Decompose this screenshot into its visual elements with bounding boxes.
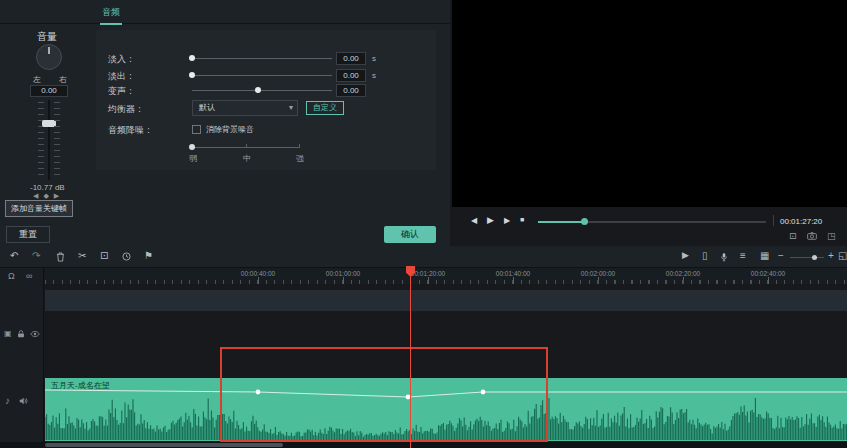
pitch-value-field[interactable]: 0.00 [336, 84, 366, 97]
denoise-checkbox[interactable] [192, 125, 201, 134]
equalizer-customize-button[interactable]: 自定义 [306, 101, 344, 115]
fit-timeline-button[interactable]: ◱ [838, 251, 847, 261]
link-ripple-icon[interactable]: ∞ [26, 272, 32, 281]
video-preview-screen [452, 0, 847, 207]
split-scissors-button[interactable]: ✂ [78, 251, 86, 261]
keyframe-add-icon[interactable]: ◆ [43, 192, 48, 199]
fade-in-slider[interactable] [192, 58, 332, 59]
timeline-ruler[interactable]: 00:00:40:0000:01:00:0000:01:20:0000:01:4… [45, 268, 847, 284]
volume-db-readout: -10.77 dB [30, 183, 65, 192]
speed-clock-button[interactable] [122, 252, 131, 261]
audio-clip[interactable]: 五月天-成名在望 [45, 378, 847, 441]
timecode-readout: 00:01:27:20 [780, 217, 822, 226]
timecode-divider [773, 215, 774, 226]
panel-tab-bar: 音频 [0, 0, 450, 24]
redo-button[interactable]: ↷ [32, 251, 40, 261]
equalizer-dropdown[interactable]: 默认▾ [192, 100, 298, 116]
video-track-icon: ▣ [4, 330, 12, 338]
ruler-major-tick [683, 277, 684, 284]
fade-out-slider[interactable] [192, 75, 332, 76]
fade-out-unit: s [372, 71, 376, 80]
marker-button[interactable]: ⚑ [144, 251, 153, 261]
fade-in-label: 淡入： [108, 53, 135, 66]
fullscreen-icon[interactable]: ◳ [827, 231, 836, 241]
zoom-in-button[interactable]: + [828, 251, 834, 261]
denoise-level-strong: 强 [296, 153, 304, 164]
ruler-major-tick [428, 277, 429, 284]
magnet-snap-icon[interactable]: Ω [8, 272, 15, 281]
seek-handle[interactable] [581, 218, 588, 225]
eye-icon[interactable] [30, 331, 40, 337]
keyframe-prev-icon[interactable]: ◀ [33, 192, 38, 199]
volume-slider-track [48, 100, 50, 180]
pitch-label: 变声： [108, 85, 135, 98]
volume-keyframe-dot[interactable] [481, 390, 486, 395]
clip-name-label: 五月天-成名在望 [51, 380, 110, 391]
play-button[interactable]: ▶ [487, 215, 494, 225]
volume-slider[interactable] [38, 100, 60, 180]
snapshot-camera-icon[interactable] [807, 232, 817, 240]
keyframe-next-icon[interactable]: ▶ [54, 192, 59, 199]
fade-out-value-field[interactable]: 0.00 [336, 69, 366, 82]
timeline-scrollbar[interactable] [0, 442, 847, 448]
ruler-time-label: 00:02:40:00 [751, 270, 785, 277]
level-tick [246, 144, 247, 148]
fade-out-slider-handle[interactable] [189, 72, 195, 78]
fade-in-slider-handle[interactable] [189, 55, 195, 61]
ruler-time-label: 00:01:40:00 [496, 270, 530, 277]
pitch-slider[interactable] [192, 90, 332, 91]
display-mode-icon[interactable]: ⊡ [789, 231, 797, 241]
fade-in-value-field[interactable]: 0.00 [336, 52, 366, 65]
speaker-mute-icon[interactable] [19, 397, 28, 405]
audio-mixer-button[interactable]: ≡ [740, 251, 746, 261]
empty-video-track[interactable] [45, 290, 847, 311]
next-frame-button[interactable]: ▶ [504, 216, 510, 225]
render-preview-button[interactable]: ▶ [682, 251, 689, 260]
stop-button[interactable]: ■ [520, 216, 524, 223]
preview-seek-slider[interactable] [538, 221, 766, 223]
track-header-gutter: Ω ∞ ▣ ♪ [0, 268, 44, 448]
delete-button[interactable] [56, 252, 65, 262]
track-manager-button[interactable]: ▦ [760, 251, 769, 261]
confirm-button[interactable]: 确认 [384, 226, 436, 243]
denoise-label: 音频降噪： [108, 124, 153, 137]
denoise-level-handle[interactable] [189, 144, 195, 150]
denoise-option-label: 消除背景噪音 [206, 124, 254, 135]
undo-button[interactable]: ↶ [10, 251, 18, 261]
pitch-slider-handle[interactable] [255, 87, 261, 93]
fade-in-unit: s [372, 54, 376, 63]
volume-slider-handle[interactable] [42, 120, 56, 127]
device-preview-button[interactable]: ▯ [702, 251, 708, 261]
audio-track-music-icon: ♪ [5, 396, 10, 406]
volume-envelope[interactable] [45, 378, 847, 441]
previous-frame-button[interactable]: ◀ [471, 216, 477, 225]
balance-knob[interactable] [36, 44, 62, 70]
volume-keyframe-dot[interactable] [256, 390, 261, 395]
ruler-time-label: 00:01:00:00 [326, 270, 360, 277]
timeline-zoom-handle[interactable] [812, 255, 817, 260]
equalizer-label: 均衡器： [108, 103, 144, 116]
lock-icon[interactable] [17, 330, 25, 338]
crop-button[interactable]: ⊡ [100, 251, 108, 261]
denoise-level-slider[interactable] [192, 147, 300, 148]
ruler-major-tick [598, 277, 599, 284]
scrollbar-thumb[interactable] [45, 443, 283, 447]
denoise-level-weak: 弱 [189, 153, 197, 164]
tab-audio[interactable]: 音频 [100, 6, 122, 25]
timeline-zoom-slider[interactable] [790, 257, 824, 258]
playhead-line[interactable] [410, 268, 411, 448]
seek-progress [538, 221, 584, 223]
fade-out-label: 淡出： [108, 70, 135, 83]
knob-pointer [48, 47, 50, 54]
balance-value-field[interactable]: 0.00 [30, 85, 68, 97]
ruler-time-label: 00:02:00:00 [581, 270, 615, 277]
ruler-major-tick [343, 277, 344, 284]
ruler-major-tick [513, 277, 514, 284]
volume-label: 音量 [37, 30, 57, 44]
voiceover-mic-button[interactable] [720, 252, 728, 262]
ruler-major-tick [768, 277, 769, 284]
zoom-out-button[interactable]: − [778, 251, 784, 261]
reset-button[interactable]: 重置 [6, 226, 50, 243]
ruler-time-label: 00:02:20:00 [666, 270, 700, 277]
audio-settings-panel: 音频 音量 左 右 0.00 -10.77 dB ◀◆▶ 添加音量关键帧 淡入：… [0, 0, 450, 246]
